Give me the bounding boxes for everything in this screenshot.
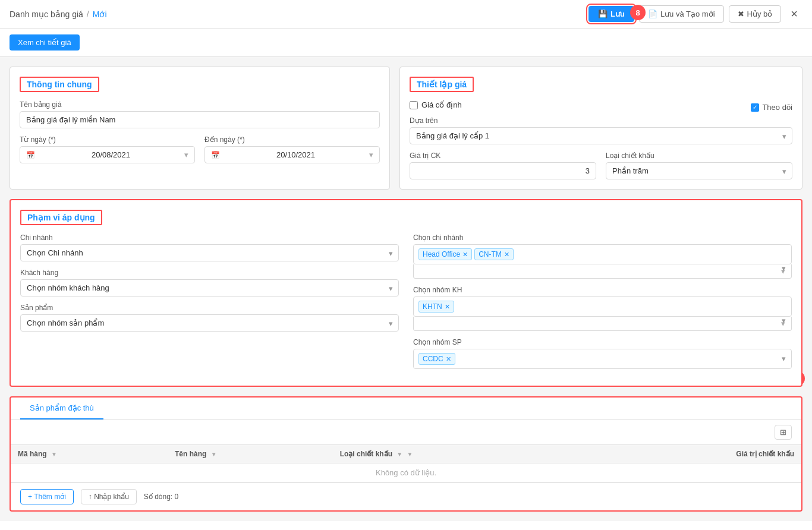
filter-icon-loai-ck[interactable]: ▼ <box>396 451 402 458</box>
tag-khtn[interactable]: KHTN ✕ <box>418 301 454 313</box>
col-loai-chiet-khau: Loại chiết khấu ▼ ▼ <box>333 445 589 463</box>
khach-hang-select-wrapper: Chọn nhóm khách hàng <box>20 279 399 296</box>
chi-nhanh-label: Chi nhánh <box>20 234 399 242</box>
theo-doi-label: Theo dõi <box>762 103 792 112</box>
gia-tri-ck-group: Giá trị CK <box>410 152 596 179</box>
save-icon: 💾 <box>598 10 608 18</box>
chon-chi-nhanh-tag-input[interactable]: Head Office ✕ CN-TM ✕ ▾ <box>413 244 792 279</box>
den-ngay-label: Đến ngày (*) <box>204 135 380 144</box>
tag-head-office-text: Head Office <box>423 250 460 258</box>
table-toolbar: ⊞ <box>11 420 801 444</box>
chon-nhom-sp-tag-input[interactable]: CCDC ✕ <box>413 349 792 369</box>
nhom-sp-tags: CCDC ✕ <box>413 349 792 369</box>
view-detail-button[interactable]: Xem chi tiết giá <box>10 34 80 51</box>
filter-icon-loai-ck2[interactable]: ▼ <box>407 451 413 458</box>
badge-8: 8 <box>630 5 646 20</box>
chevron-tu-ngay: ▾ <box>184 150 188 159</box>
gia-tri-ck-label: Giá trị CK <box>410 152 596 160</box>
chon-nhom-kh-tag-input[interactable]: KHTN ✕ ▾ <box>413 296 792 331</box>
khach-hang-group: Khách hàng Chọn nhóm khách hàng <box>20 269 399 296</box>
chi-nhanh-group: Chi nhánh Chọn Chi nhánh <box>20 234 399 261</box>
breadcrumb-current: Mới <box>93 10 107 19</box>
thiet-lap-gia-title: Thiết lập giá <box>410 77 474 92</box>
ten-bang-gia-input[interactable] <box>20 111 380 128</box>
save-button[interactable]: 💾 Lưu <box>588 6 634 22</box>
cancel-label: Hủy bỏ <box>747 10 773 18</box>
loai-chiet-khau-select[interactable]: Phần trăm <box>606 162 792 179</box>
tab-san-pham-dac-thu[interactable]: Sản phẩm đặc thù <box>20 398 103 419</box>
col-gia-tri-chiet-khau: Giá trị chiết khấu <box>589 445 801 463</box>
tag-head-office-close[interactable]: ✕ <box>462 251 468 258</box>
col-ten-hang: Tên hàng ▼ <box>168 445 333 463</box>
thong-tin-chung-title: Thông tin chung <box>20 77 99 92</box>
dua-tren-label: Dựa trên <box>410 116 792 125</box>
tag-ccdc[interactable]: CCDC ✕ <box>418 353 455 365</box>
gia-co-dinh-checkbox[interactable] <box>410 101 418 109</box>
dua-tren-select-wrapper: Bảng giá đại lý cấp 1 <box>410 127 792 144</box>
so-dong-label: Số dòng: 0 <box>144 493 178 501</box>
tag-khtn-close[interactable]: ✕ <box>445 303 450 311</box>
ten-bang-gia-group: Tên bảng giá <box>20 100 380 128</box>
them-moi-button[interactable]: + Thêm mới <box>20 489 74 504</box>
theo-doi-checked: ✓ Theo dõi <box>751 103 792 112</box>
khach-hang-select[interactable]: Chọn nhóm khách hàng <box>20 279 399 296</box>
chon-nhom-kh-label: Chọn nhóm KH <box>413 286 792 294</box>
tu-ngay-group: Từ ngày (*) 📅 20/08/2021 ▾ <box>20 135 195 163</box>
cal-icon-den-ngay: 📅 <box>211 151 220 159</box>
san-pham-select-wrapper: Chọn nhóm sản phẩm <box>20 314 399 332</box>
chon-nhom-sp-group: Chọn nhóm SP CCDC ✕ <box>413 338 792 369</box>
gia-tri-ck-row: Giá trị CK Loại chiết khấu Phần trăm <box>410 152 792 179</box>
chi-nhanh-select-wrapper: Chọn Chi nhánh <box>20 244 399 261</box>
gia-co-dinh-row: Giá cố định <box>410 100 792 109</box>
chon-nhom-kh-group: Chọn nhóm KH KHTN ✕ ▾ <box>413 286 792 331</box>
tag-cn-tm[interactable]: CN-TM ✕ <box>474 248 514 260</box>
tu-ngay-label: Từ ngày (*) <box>20 135 195 144</box>
loai-chiet-khau-group: Loại chiết khấu Phần trăm <box>606 152 792 179</box>
filter-icon-ten-hang[interactable]: ▼ <box>211 451 217 458</box>
breadcrumb: Danh mục bảng giá / Mới <box>10 10 107 19</box>
theo-doi-check-icon: ✓ <box>751 103 759 112</box>
gia-tri-ck-input[interactable] <box>410 162 596 179</box>
tag-ccdc-text: CCDC <box>423 355 443 363</box>
thiet-lap-gia-section: Thiết lập giá Giá cố định ✓ Theo dõi Dựa… <box>399 67 802 190</box>
sub-header: Xem chi tiết giá <box>0 29 812 57</box>
san-pham-select[interactable]: Chọn nhóm sản phẩm <box>20 314 399 332</box>
san-pham-table: Mã hàng ▼ Tên hàng ▼ Loại chiết khấu ▼ ▼ <box>11 444 801 482</box>
save-new-button[interactable]: 📄 Lưu và Tạo mới <box>639 5 724 23</box>
tu-ngay-input[interactable]: 📅 20/08/2021 ▾ <box>20 146 195 163</box>
gia-co-dinh-label: Giá cố định <box>421 100 462 109</box>
header-actions: 💾 Lưu 📄 Lưu và Tạo mới ✖ Hủy bỏ × <box>588 5 802 23</box>
col-ma-hang: Mã hàng ▼ <box>11 445 168 463</box>
tag-head-office[interactable]: Head Office ✕ <box>418 248 472 260</box>
tag-ccdc-close[interactable]: ✕ <box>446 355 451 363</box>
den-ngay-input[interactable]: 📅 20/10/2021 ▾ <box>204 146 380 163</box>
nhap-khau-button[interactable]: ↑ Nhập khẩu <box>81 489 137 504</box>
save-new-label: Lưu và Tạo mới <box>660 10 715 18</box>
chi-nhanh-tags: Head Office ✕ CN-TM ✕ <box>413 244 792 264</box>
tag-cn-tm-close[interactable]: ✕ <box>504 251 509 258</box>
tu-ngay-value: 20/08/2021 <box>92 150 130 159</box>
breadcrumb-separator: / <box>87 10 89 19</box>
pham-vi-right-col: Chọn chi nhánh Head Office ✕ CN-TM ✕ <box>413 234 792 376</box>
dua-tren-col: Dựa trên Bảng giá đại lý cấp 1 <box>410 116 792 144</box>
content: Thông tin chung Tên bảng giá Từ ngày (*)… <box>0 57 812 521</box>
pham-vi-section: Phạm vi áp dụng Chi nhánh Chọn Chi nhánh… <box>10 199 802 387</box>
table-header-row: Mã hàng ▼ Tên hàng ▼ Loại chiết khấu ▼ ▼ <box>11 445 801 463</box>
table-settings-button[interactable]: ⊞ <box>775 425 792 440</box>
date-row: Từ ngày (*) 📅 20/08/2021 ▾ Đến ngày (*) … <box>20 135 380 171</box>
san-pham-label: Sản phẩm <box>20 304 399 312</box>
loai-chiet-khau-label: Loại chiết khấu <box>606 152 792 160</box>
save-label: Lưu <box>610 10 625 18</box>
close-button[interactable]: × <box>786 6 802 22</box>
chi-nhanh-select[interactable]: Chọn Chi nhánh <box>20 244 399 261</box>
dua-tren-select[interactable]: Bảng giá đại lý cấp 1 <box>410 127 792 144</box>
pham-vi-row: Chi nhánh Chọn Chi nhánh Khách hàng Chọn… <box>20 234 792 376</box>
khach-hang-label: Khách hàng <box>20 269 399 277</box>
pham-vi-left-col: Chi nhánh Chọn Chi nhánh Khách hàng Chọn… <box>20 234 399 376</box>
breadcrumb-main: Danh mục bảng giá <box>10 10 83 19</box>
cancel-button[interactable]: ✖ Hủy bỏ <box>729 5 782 23</box>
cancel-icon: ✖ <box>738 10 744 18</box>
filter-icon-ma-hang[interactable]: ▼ <box>51 451 57 458</box>
loai-chiet-khau-select-wrapper: Phần trăm <box>606 162 792 179</box>
header: Danh mục bảng giá / Mới 💾 Lưu 📄 Lưu và T… <box>0 0 812 29</box>
